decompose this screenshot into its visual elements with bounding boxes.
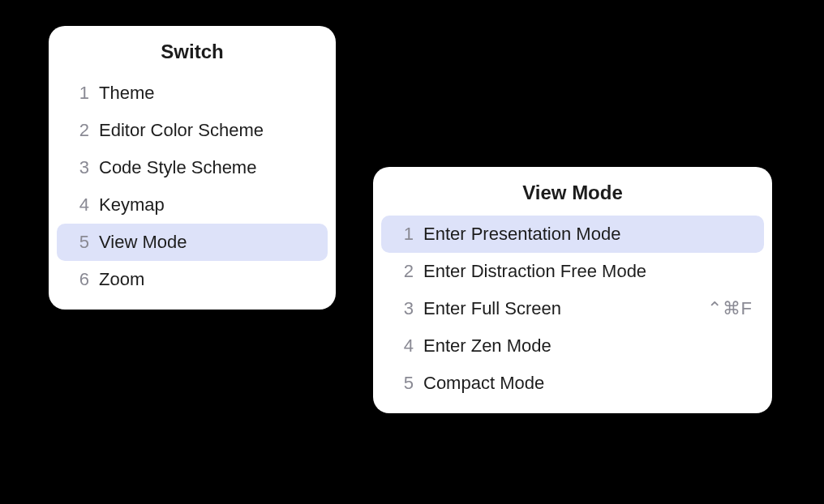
switch-items: 1Theme2Editor Color Scheme3Code Style Sc… [49, 75, 336, 298]
item-number: 1 [68, 83, 89, 104]
item-label: Enter Full Screen [423, 298, 691, 319]
viewmode-item-3[interactable]: 3Enter Full Screen⌃⌘F [381, 290, 764, 327]
switch-item-3[interactable]: 3Code Style Scheme [57, 149, 328, 186]
item-shortcut: ⌃⌘F [707, 298, 753, 319]
item-number: 3 [393, 298, 414, 319]
item-label: Keymap [99, 194, 316, 216]
item-label: Enter Zen Mode [423, 335, 753, 357]
item-number: 5 [68, 232, 89, 253]
item-number: 2 [393, 261, 414, 282]
item-number: 1 [393, 224, 414, 245]
switch-item-1[interactable]: 1Theme [57, 75, 328, 112]
item-number: 3 [68, 157, 89, 178]
item-label: Theme [99, 83, 316, 104]
item-label: Compact Mode [423, 373, 753, 394]
item-number: 2 [68, 120, 89, 141]
viewmode-item-1[interactable]: 1Enter Presentation Mode [381, 216, 764, 253]
item-label: View Mode [99, 232, 316, 253]
switch-item-6[interactable]: 6Zoom [57, 261, 328, 298]
switch-item-4[interactable]: 4Keymap [57, 186, 328, 224]
item-label: Enter Presentation Mode [423, 224, 753, 245]
switch-item-2[interactable]: 2Editor Color Scheme [57, 112, 328, 149]
viewmode-item-4[interactable]: 4Enter Zen Mode [381, 327, 764, 365]
viewmode-item-2[interactable]: 2Enter Distraction Free Mode [381, 253, 764, 290]
switch-item-5[interactable]: 5View Mode [57, 224, 328, 261]
viewmode-popup: View Mode 1Enter Presentation Mode2Enter… [373, 167, 772, 413]
item-label: Code Style Scheme [99, 157, 316, 178]
switch-popup-title: Switch [49, 41, 336, 63]
item-label: Zoom [99, 269, 316, 290]
item-number: 4 [68, 194, 89, 216]
viewmode-popup-title: View Mode [373, 182, 772, 204]
item-number: 4 [393, 335, 414, 357]
item-number: 6 [68, 269, 89, 290]
item-label: Enter Distraction Free Mode [423, 261, 753, 282]
switch-popup: Switch 1Theme2Editor Color Scheme3Code S… [49, 26, 336, 310]
viewmode-items: 1Enter Presentation Mode2Enter Distracti… [373, 216, 772, 402]
item-number: 5 [393, 373, 414, 394]
item-label: Editor Color Scheme [99, 120, 316, 141]
viewmode-item-5[interactable]: 5Compact Mode [381, 365, 764, 402]
